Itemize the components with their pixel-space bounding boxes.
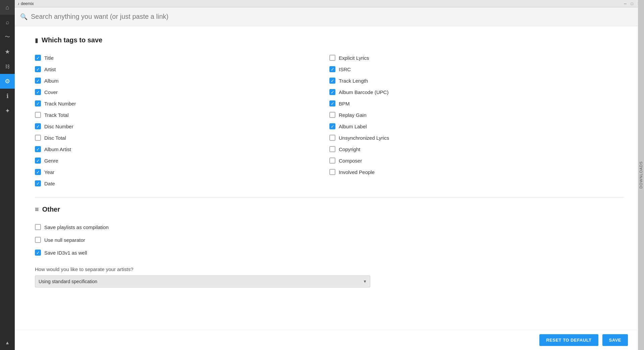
search-nav-icon: ⌕ xyxy=(6,19,9,26)
title-bar: ♪ deemix ─ □ ✕ xyxy=(15,0,644,7)
list-icon: ≡ xyxy=(35,206,39,213)
other-save-id3v1: Save ID3v1 as well xyxy=(35,247,624,258)
sidebar-item-chart[interactable]: 〜 xyxy=(0,30,15,44)
tag-bpm: BPM xyxy=(329,98,624,109)
sidebar-item-search[interactable]: ⌕ xyxy=(0,15,15,30)
link-icon: ⛓ xyxy=(5,64,10,69)
checkbox-save-playlists[interactable] xyxy=(35,224,41,230)
other-section-title: Other xyxy=(42,206,60,213)
tag-year: Year xyxy=(35,166,329,178)
minimize-button[interactable]: ─ xyxy=(623,1,628,6)
tag-unsynchronized-lyrics: Unsynchronized Lyrics xyxy=(329,132,624,143)
tag-track-length: Track Length xyxy=(329,75,624,86)
checkbox-composer[interactable] xyxy=(329,158,335,164)
checkbox-album-artist[interactable] xyxy=(35,146,41,152)
checkbox-isrc[interactable] xyxy=(329,66,335,72)
checkbox-album-label[interactable] xyxy=(329,123,335,129)
plugin-icon: ✦ xyxy=(5,107,10,115)
search-bar: 🔍 xyxy=(15,7,644,26)
separator-section: How would you like to separate your arti… xyxy=(35,266,624,288)
tag-album: Album xyxy=(35,75,329,86)
tag-composer: Composer xyxy=(329,155,624,166)
chart-icon: 〜 xyxy=(5,34,10,41)
app-title: deemix xyxy=(21,1,34,6)
checkbox-album-barcode[interactable] xyxy=(329,89,335,95)
tag-album-artist: Album Artist xyxy=(35,143,329,155)
other-section-header: ≡ Other xyxy=(35,206,624,213)
sidebar-item-home[interactable]: ⌂ xyxy=(0,0,15,15)
checkbox-replay-gain[interactable] xyxy=(329,112,335,118)
tag-isrc: ISRC xyxy=(329,63,624,75)
checkbox-date[interactable] xyxy=(35,180,41,186)
reset-to-default-button[interactable]: RESET TO DEFAULT xyxy=(539,334,598,346)
sidebar-item-favorites[interactable]: ★ xyxy=(0,44,15,59)
sidebar-item-settings[interactable]: ⚙ xyxy=(0,74,15,89)
checkbox-album[interactable] xyxy=(35,78,41,84)
checkbox-explicit-lyrics[interactable] xyxy=(329,55,335,61)
tags-right-column: Explicit Lyrics ISRC Track Length xyxy=(329,52,624,189)
sidebar-item-plugins[interactable]: ✦ xyxy=(0,103,15,118)
tag-copyright: Copyright xyxy=(329,143,624,155)
tag-album-barcode: Album Barcode (UPC) xyxy=(329,86,624,98)
tag-disc-total: Disc Total xyxy=(35,132,329,143)
star-icon: ★ xyxy=(5,48,10,55)
checkbox-track-number[interactable] xyxy=(35,100,41,106)
checkbox-null-separator[interactable] xyxy=(35,237,41,243)
section-divider xyxy=(35,197,624,198)
checkbox-copyright[interactable] xyxy=(329,146,335,152)
tag-genre: Genre xyxy=(35,155,329,166)
checkbox-track-total[interactable] xyxy=(35,112,41,118)
tags-section-title: Which tags to save xyxy=(42,36,102,44)
tag-album-label: Album Label xyxy=(329,121,624,132)
tags-grid: Title Artist Album xyxy=(35,52,624,189)
content-area: ▮ Which tags to save Title Artist xyxy=(15,26,644,350)
tag-replay-gain: Replay Gain xyxy=(329,109,624,121)
checkbox-unsynchronized-lyrics[interactable] xyxy=(329,135,335,141)
search-icon: 🔍 xyxy=(20,13,28,20)
downloads-panel[interactable]: Downloads xyxy=(638,0,644,350)
sidebar: ⌂ ⌕ 〜 ★ ⛓ ⚙ ℹ ✦ ▲ xyxy=(0,0,15,350)
tag-track-total: Track Total xyxy=(35,109,329,121)
checkbox-artist[interactable] xyxy=(35,66,41,72)
checkbox-year[interactable] xyxy=(35,169,41,175)
wifi-icon: ▲ xyxy=(5,340,10,345)
downloads-label: Downloads xyxy=(639,161,643,188)
search-input[interactable] xyxy=(31,13,639,20)
bottom-bar: RESET TO DEFAULT SAVE xyxy=(15,330,638,350)
maximize-button[interactable]: □ xyxy=(629,1,635,6)
checkbox-disc-total[interactable] xyxy=(35,135,41,141)
tag-explicit-lyrics: Explicit Lyrics xyxy=(329,52,624,63)
tag-title: Title xyxy=(35,52,329,63)
tags-section-header: ▮ Which tags to save xyxy=(35,36,624,44)
separator-select[interactable]: Using standard specification Using slash… xyxy=(35,275,370,288)
checkbox-genre[interactable] xyxy=(35,158,41,164)
checkbox-involved-people[interactable] xyxy=(329,169,335,175)
tags-left-column: Title Artist Album xyxy=(35,52,329,189)
checkbox-title[interactable] xyxy=(35,55,41,61)
checkbox-bpm[interactable] xyxy=(329,100,335,106)
checkbox-cover[interactable] xyxy=(35,89,41,95)
tag-cover: Cover xyxy=(35,86,329,98)
home-icon: ⌂ xyxy=(6,4,9,11)
other-null-separator: Use null separator xyxy=(35,234,624,246)
checkbox-track-length[interactable] xyxy=(329,78,335,84)
tag-date: Date xyxy=(35,178,329,189)
info-icon: ℹ xyxy=(6,92,9,100)
separator-select-wrapper: Using standard specification Using slash… xyxy=(35,275,370,288)
bookmark-icon: ▮ xyxy=(35,37,38,44)
tag-track-number: Track Number xyxy=(35,98,329,109)
tag-disc-number: Disc Number xyxy=(35,121,329,132)
separator-question: How would you like to separate your arti… xyxy=(35,266,624,272)
gear-icon: ⚙ xyxy=(5,78,10,85)
app-icon: ♪ xyxy=(17,1,19,6)
checkbox-disc-number[interactable] xyxy=(35,123,41,129)
checkbox-save-id3v1[interactable] xyxy=(35,250,41,256)
sidebar-item-wifi: ▲ xyxy=(0,335,15,350)
save-button[interactable]: SAVE xyxy=(602,334,628,346)
tag-involved-people: Involved People xyxy=(329,166,624,178)
other-save-playlists: Save playlists as compilation xyxy=(35,221,624,233)
tag-artist: Artist xyxy=(35,63,329,75)
other-items: Save playlists as compilation Use null s… xyxy=(35,221,624,258)
sidebar-item-info[interactable]: ℹ xyxy=(0,89,15,103)
sidebar-item-links[interactable]: ⛓ xyxy=(0,59,15,74)
